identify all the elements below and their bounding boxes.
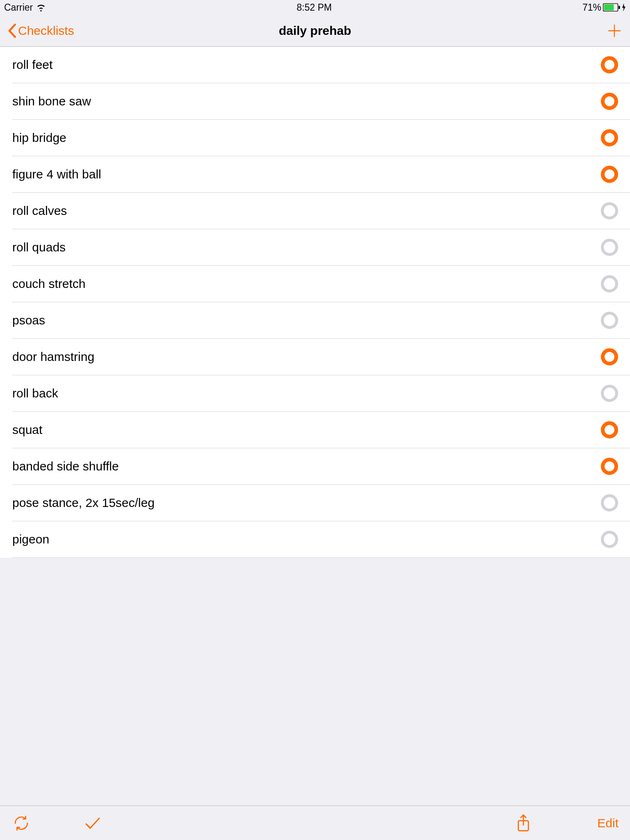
checklist-row[interactable]: roll calves (0, 193, 630, 229)
clock-label: 8:52 PM (46, 2, 582, 13)
svg-rect-1 (604, 5, 614, 11)
checklist-item-label: shin bone saw (12, 94, 91, 108)
page-title: daily prehab (0, 24, 630, 38)
navigation-bar: Checklists daily prehab (0, 15, 630, 47)
charging-icon (622, 3, 626, 11)
checklist-item-label: pigeon (12, 532, 49, 546)
checklist-row[interactable]: pigeon (0, 521, 630, 557)
checkbox-ring[interactable] (599, 419, 620, 441)
battery-indicator: 71% (582, 2, 626, 13)
back-label: Checklists (18, 24, 74, 38)
checkbox-ring[interactable] (599, 54, 620, 75)
checklist-row[interactable]: hip bridge (0, 120, 630, 156)
checklist-row[interactable]: banded side shuffle (0, 448, 630, 484)
checklist-row[interactable]: shin bone saw (0, 83, 630, 119)
checkbox-ring[interactable] (599, 91, 620, 112)
refresh-icon (13, 815, 30, 832)
mark-done-button[interactable] (83, 813, 103, 833)
checklist-item-label: hip bridge (12, 131, 66, 145)
checkbox-ring[interactable] (599, 164, 620, 185)
back-button[interactable]: Checklists (7, 23, 74, 38)
checklist-item-label: squat (12, 423, 42, 437)
checklist-row[interactable]: roll feet (0, 47, 630, 83)
checkbox-ring[interactable] (599, 237, 620, 258)
checkbox-ring[interactable] (599, 346, 620, 368)
checkbox-ring[interactable] (599, 383, 620, 404)
checkmark-icon (83, 813, 103, 833)
share-button[interactable] (514, 813, 533, 833)
checkbox-ring[interactable] (599, 127, 620, 148)
toolbar: Edit (0, 806, 630, 840)
carrier-label: Carrier (4, 2, 33, 13)
checklist-row[interactable]: psoas (0, 302, 630, 338)
checklist-item-label: couch stretch (12, 277, 85, 291)
wifi-icon (36, 2, 46, 12)
status-bar: Carrier 8:52 PM 71% (0, 0, 630, 15)
checklist-row[interactable]: pose stance, 2x 15sec/leg (0, 485, 630, 521)
checkbox-ring[interactable] (599, 492, 620, 514)
add-button[interactable] (606, 23, 623, 39)
checklist-item-label: roll calves (12, 204, 67, 218)
checklist-item-label: pose stance, 2x 15sec/leg (12, 496, 155, 510)
checklist-row[interactable]: couch stretch (0, 266, 630, 302)
checklist-item-label: roll quads (12, 240, 66, 254)
checklist-row[interactable]: roll quads (0, 229, 630, 265)
svg-rect-2 (619, 6, 620, 9)
checklist-row[interactable]: door hamstring (0, 339, 630, 375)
plus-icon (607, 23, 622, 38)
battery-percent: 71% (582, 2, 601, 13)
checkbox-ring[interactable] (599, 273, 620, 294)
checklist: roll feetshin bone sawhip bridgefigure 4… (0, 47, 630, 558)
checklist-item-label: banded side shuffle (12, 459, 119, 473)
battery-icon (603, 3, 620, 11)
checklist-row[interactable]: figure 4 with ball (0, 156, 630, 192)
checkbox-ring[interactable] (599, 456, 620, 477)
checklist-row[interactable]: roll back (0, 375, 630, 411)
chevron-left-icon (7, 23, 16, 38)
checklist-item-label: door hamstring (12, 350, 94, 364)
edit-button[interactable]: Edit (597, 816, 619, 830)
checkbox-ring[interactable] (599, 200, 620, 221)
checkbox-ring[interactable] (599, 529, 620, 550)
checklist-item-label: roll feet (12, 58, 52, 72)
checklist-item-label: psoas (12, 313, 45, 327)
refresh-button[interactable] (11, 813, 31, 833)
checklist-item-label: roll back (12, 386, 58, 400)
checklist-item-label: figure 4 with ball (12, 167, 101, 181)
checklist-row[interactable]: squat (0, 412, 630, 448)
checkbox-ring[interactable] (599, 310, 620, 331)
share-icon (516, 814, 531, 833)
